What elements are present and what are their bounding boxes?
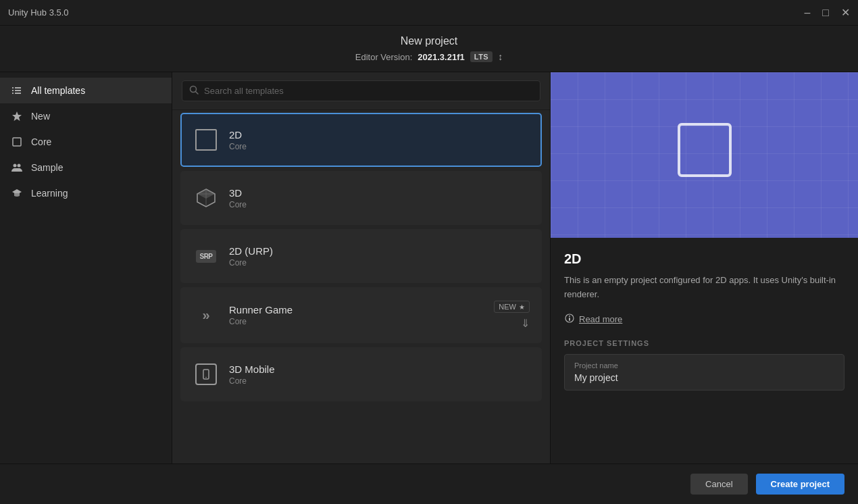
template-category-2d-urp: Core [229, 258, 273, 268]
project-name-label: Project name [574, 361, 834, 370]
template-category-runner-game: Core [229, 317, 293, 326]
template-info-3d-mobile: 3D Mobile Core [229, 363, 275, 386]
template-info-3d: 3D Core [229, 187, 247, 209]
version-selector-arrow[interactable]: ↕ [498, 51, 503, 62]
create-project-button[interactable]: Create project [756, 474, 844, 495]
search-bar [172, 72, 550, 110]
template-info-2d-urp: 2D (URP) Core [229, 245, 273, 268]
srp-icon: SRP [196, 250, 216, 263]
template-card-runner-game[interactable]: » Runner Game Core NEW ★ ⇓ [180, 287, 542, 343]
download-icon: ⇓ [521, 317, 530, 330]
svg-point-8 [14, 164, 17, 168]
template-card-3d[interactable]: 3D Core [180, 171, 542, 225]
sidebar-item-sample[interactable]: Sample [0, 155, 172, 180]
search-input[interactable] [204, 86, 533, 96]
titlebar: Unity Hub 3.5.0 – □ ✕ [0, 0, 858, 26]
template-icon-runner-game: » [193, 302, 220, 329]
template-category-3d-mobile: Core [229, 376, 275, 386]
sidebar: All templates New Core [0, 72, 172, 463]
template-icon-2d [193, 126, 220, 153]
svg-rect-1 [15, 87, 21, 89]
template-badges-runner-game: NEW ★ ⇓ [494, 301, 530, 330]
svg-marker-14 [197, 189, 215, 199]
template-icon-3d-mobile [193, 361, 220, 388]
template-detail-body: 2D This is an empty project configured f… [551, 238, 858, 463]
search-input-wrapper [182, 80, 540, 101]
sidebar-item-core[interactable]: Core [0, 129, 172, 155]
svg-rect-0 [12, 87, 14, 89]
template-info-runner-game: Runner Game Core [229, 304, 293, 326]
template-card-2d[interactable]: 2D Core [180, 113, 542, 167]
template-icon-2d-urp: SRP [193, 243, 220, 270]
svg-rect-3 [15, 90, 21, 91]
new-badge: NEW ★ [494, 301, 530, 313]
graduation-icon [11, 187, 23, 199]
svg-line-12 [196, 92, 199, 95]
template-info-2d: 2D Core [229, 129, 247, 151]
template-card-2d-urp[interactable]: SRP 2D (URP) Core [180, 229, 542, 283]
editor-version-row: Editor Version: 2021.3.21f1 LTS ↕ [0, 51, 858, 62]
close-button[interactable]: ✕ [841, 7, 850, 18]
template-detail-panel: 2D This is an empty project configured f… [551, 72, 858, 463]
star-icon [11, 110, 23, 122]
list-icon [11, 84, 23, 97]
sidebar-item-learning[interactable]: Learning [0, 180, 172, 206]
window-controls: – □ ✕ [804, 7, 850, 18]
dialog-title: New project [0, 35, 858, 47]
template-category-2d: Core [229, 142, 247, 151]
project-name-value: My project [574, 372, 834, 383]
read-more-icon [564, 313, 575, 326]
template-name-3d: 3D [229, 187, 247, 199]
template-name-3d-mobile: 3D Mobile [229, 363, 275, 375]
dialog-header: New project Editor Version: 2021.3.21f1 … [0, 26, 858, 72]
sidebar-item-new[interactable]: New [0, 103, 172, 129]
detail-template-description: This is an empty project configured for … [564, 274, 844, 302]
svg-rect-4 [12, 93, 14, 94]
svg-point-18 [569, 316, 570, 317]
arrows-icon: » [202, 307, 209, 323]
template-items-list: 2D Core 3D Core [172, 110, 550, 463]
template-category-3d: Core [229, 200, 247, 209]
sidebar-label-new: New [31, 111, 50, 122]
detail-template-name: 2D [564, 251, 844, 267]
template-list-area: 2D Core 3D Core [172, 72, 551, 463]
people-icon [11, 161, 23, 174]
cancel-button[interactable]: Cancel [690, 474, 747, 495]
template-preview [551, 72, 858, 238]
app-title: Unity Hub 3.5.0 [8, 7, 69, 18]
template-icon-3d [193, 184, 220, 211]
sidebar-label-sample: Sample [31, 162, 63, 173]
mobile-icon [195, 363, 217, 385]
editor-version-number: 2021.3.21f1 [418, 52, 464, 62]
search-icon [189, 85, 199, 97]
template-card-3d-mobile[interactable]: 3D Mobile Core [180, 347, 542, 401]
svg-rect-5 [15, 93, 21, 94]
minimize-button[interactable]: – [804, 7, 810, 18]
svg-rect-7 [13, 138, 21, 146]
main-content: All templates New Core [0, 72, 858, 463]
svg-rect-2 [12, 90, 14, 91]
footer: Cancel Create project [0, 463, 858, 504]
sidebar-label-learning: Learning [31, 188, 68, 199]
lts-badge: LTS [470, 51, 493, 62]
project-name-field[interactable]: Project name My project [564, 354, 844, 390]
template-name-runner-game: Runner Game [229, 304, 293, 316]
sidebar-label-core: Core [31, 136, 51, 147]
svg-rect-19 [569, 318, 570, 321]
svg-point-16 [205, 377, 207, 378]
template-name-2d-urp: 2D (URP) [229, 245, 273, 257]
star-icon-small: ★ [519, 303, 525, 311]
svg-point-9 [18, 164, 21, 168]
square-icon [11, 136, 23, 148]
sidebar-item-all-templates[interactable]: All templates [0, 78, 172, 103]
maximize-button[interactable]: □ [822, 7, 829, 18]
template-name-2d: 2D [229, 129, 247, 141]
sidebar-label-all-templates: All templates [31, 85, 85, 96]
preview-icon [678, 123, 732, 177]
read-more-label: Read more [579, 314, 622, 324]
read-more-link[interactable]: Read more [564, 313, 844, 326]
editor-version-label: Editor Version: [355, 52, 413, 62]
svg-marker-6 [12, 111, 22, 121]
project-settings-title: PROJECT SETTINGS [564, 339, 844, 347]
